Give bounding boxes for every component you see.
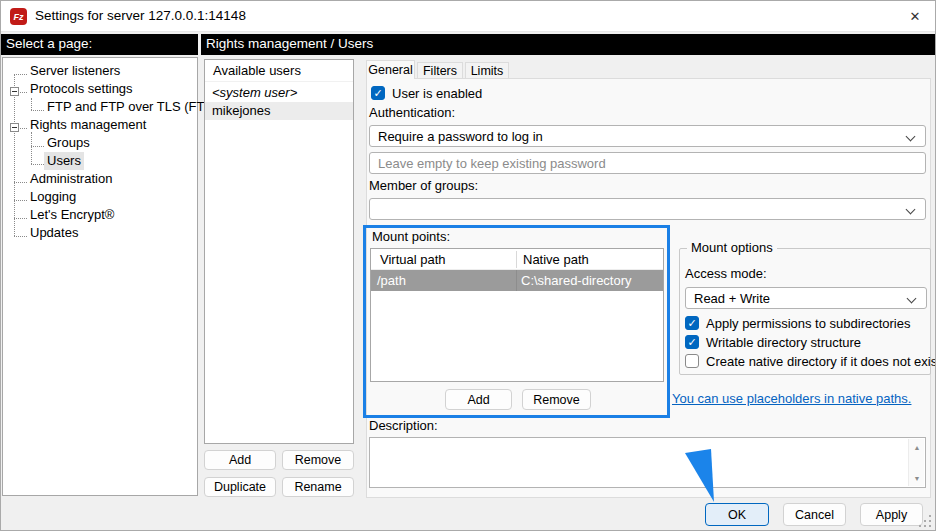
cancel-button[interactable]: Cancel [783, 503, 846, 526]
writable-structure-checkbox[interactable]: ✓ [685, 335, 699, 349]
tree-connector [14, 182, 27, 183]
create-native-dir-checkbox[interactable] [685, 354, 699, 368]
close-icon[interactable]: ✕ [895, 1, 935, 31]
chevron-down-icon [906, 205, 916, 215]
scroll-down-icon[interactable]: ▼ [909, 471, 925, 485]
scrollbar[interactable]: ▲ ▼ [908, 439, 924, 486]
column-separator [516, 251, 517, 268]
authentication-label: Authentication: [369, 105, 455, 121]
available-users-list: Available users <system user> mikejones [204, 59, 354, 444]
mount-points-table: Virtual path Native path /path C:\shared… [370, 248, 664, 382]
password-input[interactable] [369, 152, 926, 174]
tree-item-lets-encrypt[interactable]: Let's Encrypt® [3, 206, 197, 224]
description-textarea[interactable]: ▲ ▼ [369, 437, 926, 488]
tree-item-rights-management[interactable]: Rights management [3, 116, 197, 134]
create-native-dir-label: Create native directory if it does not e… [706, 354, 936, 369]
access-mode-select[interactable]: Read + Write [685, 287, 927, 309]
tab-limits[interactable]: Limits [465, 62, 509, 79]
tree-connector [20, 128, 27, 129]
apply-button[interactable]: Apply [860, 503, 923, 526]
tree-item-updates[interactable]: Updates [3, 224, 197, 242]
resize-grip[interactable] [929, 525, 931, 527]
check-icon: ✓ [373, 87, 382, 99]
collapse-icon[interactable] [10, 123, 19, 132]
scroll-up-icon[interactable]: ▲ [909, 440, 925, 454]
title-bar: Fz Settings for server 127.0.0.1:14148 ✕ [1, 1, 935, 32]
tree-connector [31, 110, 44, 111]
authentication-select[interactable]: Require a password to log in [369, 125, 926, 147]
placeholders-link[interactable]: You can use placeholders in native paths… [672, 391, 911, 406]
duplicate-user-button[interactable]: Duplicate [204, 477, 276, 497]
page-tree: Server listeners Protocols settings FTP … [2, 57, 198, 496]
user-enabled-checkbox[interactable]: ✓ [371, 86, 385, 100]
description-label: Description: [369, 418, 438, 434]
add-user-button[interactable]: Add [204, 450, 276, 470]
filezilla-server-icon: Fz [10, 8, 27, 25]
tree-connector [31, 164, 44, 165]
window-title: Settings for server 127.0.0.1:14148 [35, 1, 246, 31]
member-of-groups-label: Member of groups: [369, 178, 478, 194]
tree-item-server-listeners[interactable]: Server listeners [3, 62, 197, 80]
check-icon: ✓ [687, 336, 696, 348]
apply-permissions-checkbox[interactable]: ✓ [685, 316, 699, 330]
tree-connector [20, 92, 27, 93]
mount-points-table-header: Virtual path Native path [371, 249, 663, 270]
add-mount-button[interactable]: Add [445, 389, 512, 410]
writable-structure-label: Writable directory structure [706, 335, 861, 350]
settings-window: Fz Settings for server 127.0.0.1:14148 ✕… [0, 0, 936, 531]
tab-filters[interactable]: Filters [417, 62, 463, 79]
ok-button[interactable]: OK [705, 503, 769, 526]
rename-user-button[interactable]: Rename [282, 477, 354, 497]
select-a-page-header: Select a page: [1, 34, 198, 55]
collapse-icon[interactable] [10, 87, 19, 96]
tree-item-protocols-settings[interactable]: Protocols settings [3, 80, 197, 98]
tree-connector [14, 200, 27, 201]
column-header-virtual-path[interactable]: Virtual path [380, 249, 446, 270]
tree-item-ftp-ftps[interactable]: FTP and FTP over TLS (FTPS) [3, 98, 197, 116]
apply-permissions-label: Apply permissions to subdirectories [706, 316, 910, 331]
remove-mount-button[interactable]: Remove [522, 389, 591, 410]
tree-connector [14, 236, 27, 237]
column-header-native-path[interactable]: Native path [523, 249, 589, 270]
tree-connector [14, 218, 27, 219]
table-row[interactable]: /path C:\shared-directory [371, 270, 663, 291]
column-separator [516, 270, 517, 291]
breadcrumb: Rights management / Users [201, 34, 936, 55]
remove-user-button[interactable]: Remove [282, 450, 354, 470]
tree-item-users[interactable]: Users [3, 152, 197, 170]
tree-connector [14, 74, 27, 75]
chevron-down-icon [906, 132, 916, 142]
mount-options-legend: Mount options [687, 241, 777, 255]
mount-points-label: Mount points: [372, 229, 450, 245]
user-enabled-label: User is enabled [392, 86, 482, 102]
chevron-down-icon [907, 294, 917, 304]
list-item-system-user[interactable]: <system user> [205, 84, 353, 102]
member-of-groups-select[interactable] [369, 198, 926, 220]
tree-item-groups[interactable]: Groups [3, 134, 197, 152]
check-icon: ✓ [687, 317, 696, 329]
access-mode-label: Access mode: [685, 266, 767, 282]
tree-item-logging[interactable]: Logging [3, 188, 197, 206]
tab-general[interactable]: General [366, 60, 415, 79]
list-header: Available users [205, 60, 353, 82]
list-item-mikejones[interactable]: mikejones [205, 102, 353, 120]
tree-item-administration[interactable]: Administration [3, 170, 197, 188]
tree-connector [31, 146, 44, 147]
